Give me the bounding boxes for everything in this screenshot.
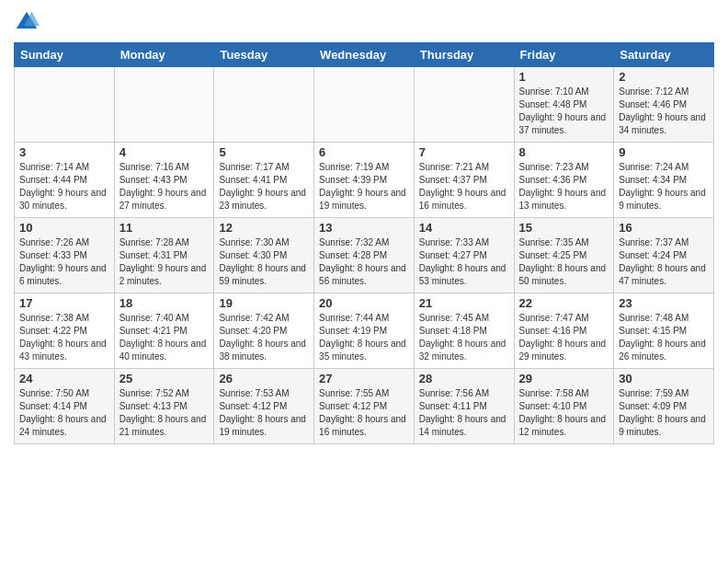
table-row: 10Sunrise: 7:26 AM Sunset: 4:33 PM Dayli… [15, 218, 115, 293]
day-number: 26 [219, 372, 309, 385]
table-row: 30Sunrise: 7:59 AM Sunset: 4:09 PM Dayli… [614, 369, 714, 444]
table-row: 17Sunrise: 7:38 AM Sunset: 4:22 PM Dayli… [15, 293, 115, 369]
table-row: 28Sunrise: 7:56 AM Sunset: 4:11 PM Dayli… [414, 369, 514, 444]
day-info: Sunrise: 7:47 AM Sunset: 4:16 PM Dayligh… [519, 312, 609, 363]
table-row: 11Sunrise: 7:28 AM Sunset: 4:31 PM Dayli… [114, 218, 214, 293]
table-row [314, 67, 415, 143]
table-row [214, 67, 314, 143]
col-friday: Friday [514, 43, 614, 67]
table-row: 15Sunrise: 7:35 AM Sunset: 4:25 PM Dayli… [514, 218, 614, 293]
day-number: 27 [319, 372, 409, 385]
calendar-week-row: 17Sunrise: 7:38 AM Sunset: 4:22 PM Dayli… [15, 293, 714, 369]
day-info: Sunrise: 7:44 AM Sunset: 4:19 PM Dayligh… [319, 312, 409, 363]
day-number: 1 [519, 70, 609, 84]
day-number: 12 [219, 221, 309, 235]
page: Sunday Monday Tuesday Wednesday Thursday… [0, 0, 728, 563]
day-info: Sunrise: 7:23 AM Sunset: 4:36 PM Dayligh… [519, 161, 609, 213]
calendar-header-row: Sunday Monday Tuesday Wednesday Thursday… [15, 43, 714, 67]
day-info: Sunrise: 7:32 AM Sunset: 4:28 PM Dayligh… [319, 236, 409, 288]
day-number: 19 [219, 296, 309, 310]
day-info: Sunrise: 7:26 AM Sunset: 4:33 PM Dayligh… [19, 236, 109, 288]
table-row: 6Sunrise: 7:19 AM Sunset: 4:39 PM Daylig… [314, 143, 415, 218]
col-tuesday: Tuesday [214, 43, 314, 67]
table-row: 4Sunrise: 7:16 AM Sunset: 4:43 PM Daylig… [114, 143, 214, 218]
day-number: 20 [319, 296, 409, 310]
day-info: Sunrise: 7:48 AM Sunset: 4:15 PM Dayligh… [619, 312, 709, 363]
table-row: 13Sunrise: 7:32 AM Sunset: 4:28 PM Dayli… [314, 218, 415, 293]
day-info: Sunrise: 7:16 AM Sunset: 4:43 PM Dayligh… [119, 161, 210, 213]
table-row: 16Sunrise: 7:37 AM Sunset: 4:24 PM Dayli… [614, 218, 714, 293]
day-info: Sunrise: 7:58 AM Sunset: 4:10 PM Dayligh… [519, 387, 609, 439]
table-row: 8Sunrise: 7:23 AM Sunset: 4:36 PM Daylig… [514, 143, 614, 218]
day-number: 9 [619, 145, 709, 159]
day-info: Sunrise: 7:33 AM Sunset: 4:27 PM Dayligh… [419, 236, 509, 288]
day-info: Sunrise: 7:40 AM Sunset: 4:21 PM Dayligh… [119, 312, 210, 363]
day-info: Sunrise: 7:10 AM Sunset: 4:48 PM Dayligh… [519, 86, 609, 137]
logo-icon [14, 9, 40, 35]
calendar-table: Sunday Monday Tuesday Wednesday Thursday… [14, 42, 714, 444]
day-number: 10 [19, 221, 109, 235]
day-info: Sunrise: 7:21 AM Sunset: 4:37 PM Dayligh… [419, 161, 509, 213]
day-number: 5 [219, 145, 309, 159]
logo [14, 9, 43, 35]
day-number: 14 [419, 221, 509, 235]
day-info: Sunrise: 7:55 AM Sunset: 4:12 PM Dayligh… [319, 387, 409, 439]
day-number: 22 [519, 296, 609, 310]
day-number: 11 [119, 221, 210, 235]
day-number: 17 [19, 296, 109, 310]
day-info: Sunrise: 7:12 AM Sunset: 4:46 PM Dayligh… [619, 86, 709, 137]
day-info: Sunrise: 7:38 AM Sunset: 4:22 PM Dayligh… [19, 312, 109, 363]
table-row: 24Sunrise: 7:50 AM Sunset: 4:14 PM Dayli… [15, 369, 115, 444]
day-info: Sunrise: 7:50 AM Sunset: 4:14 PM Dayligh… [19, 387, 109, 439]
day-info: Sunrise: 7:45 AM Sunset: 4:18 PM Dayligh… [419, 312, 509, 363]
table-row: 29Sunrise: 7:58 AM Sunset: 4:10 PM Dayli… [514, 369, 614, 444]
day-number: 23 [619, 296, 709, 310]
day-info: Sunrise: 7:30 AM Sunset: 4:30 PM Dayligh… [219, 236, 309, 288]
day-number: 30 [619, 372, 709, 385]
table-row: 18Sunrise: 7:40 AM Sunset: 4:21 PM Dayli… [114, 293, 214, 369]
table-row: 23Sunrise: 7:48 AM Sunset: 4:15 PM Dayli… [614, 293, 714, 369]
day-number: 6 [319, 145, 409, 159]
table-row [414, 67, 514, 143]
day-number: 15 [519, 221, 609, 235]
day-number: 8 [519, 145, 609, 159]
day-number: 2 [619, 70, 709, 84]
table-row: 7Sunrise: 7:21 AM Sunset: 4:37 PM Daylig… [414, 143, 514, 218]
day-info: Sunrise: 7:56 AM Sunset: 4:11 PM Dayligh… [419, 387, 509, 439]
day-number: 25 [119, 372, 210, 385]
table-row: 25Sunrise: 7:52 AM Sunset: 4:13 PM Dayli… [114, 369, 214, 444]
table-row: 3Sunrise: 7:14 AM Sunset: 4:44 PM Daylig… [15, 143, 115, 218]
table-row: 19Sunrise: 7:42 AM Sunset: 4:20 PM Dayli… [214, 293, 314, 369]
table-row [15, 67, 115, 143]
day-info: Sunrise: 7:52 AM Sunset: 4:13 PM Dayligh… [119, 387, 210, 439]
calendar-week-row: 3Sunrise: 7:14 AM Sunset: 4:44 PM Daylig… [15, 143, 714, 218]
day-number: 13 [319, 221, 409, 235]
calendar-week-row: 24Sunrise: 7:50 AM Sunset: 4:14 PM Dayli… [15, 369, 714, 444]
day-info: Sunrise: 7:28 AM Sunset: 4:31 PM Dayligh… [119, 236, 210, 288]
calendar-week-row: 10Sunrise: 7:26 AM Sunset: 4:33 PM Dayli… [15, 218, 714, 293]
table-row: 2Sunrise: 7:12 AM Sunset: 4:46 PM Daylig… [614, 67, 714, 143]
table-row: 5Sunrise: 7:17 AM Sunset: 4:41 PM Daylig… [214, 143, 314, 218]
day-info: Sunrise: 7:42 AM Sunset: 4:20 PM Dayligh… [219, 312, 309, 363]
day-number: 21 [419, 296, 509, 310]
day-info: Sunrise: 7:24 AM Sunset: 4:34 PM Dayligh… [619, 161, 709, 213]
day-number: 18 [119, 296, 210, 310]
day-info: Sunrise: 7:37 AM Sunset: 4:24 PM Dayligh… [619, 236, 709, 288]
calendar-week-row: 1Sunrise: 7:10 AM Sunset: 4:48 PM Daylig… [15, 67, 714, 143]
col-wednesday: Wednesday [314, 43, 415, 67]
table-row: 27Sunrise: 7:55 AM Sunset: 4:12 PM Dayli… [314, 369, 415, 444]
day-info: Sunrise: 7:17 AM Sunset: 4:41 PM Dayligh… [219, 161, 309, 213]
day-number: 24 [19, 372, 109, 385]
col-monday: Monday [114, 43, 214, 67]
day-info: Sunrise: 7:14 AM Sunset: 4:44 PM Dayligh… [19, 161, 109, 213]
day-number: 28 [419, 372, 509, 385]
col-sunday: Sunday [15, 43, 115, 67]
table-row: 14Sunrise: 7:33 AM Sunset: 4:27 PM Dayli… [414, 218, 514, 293]
day-number: 29 [519, 372, 609, 385]
table-row: 26Sunrise: 7:53 AM Sunset: 4:12 PM Dayli… [214, 369, 314, 444]
day-info: Sunrise: 7:35 AM Sunset: 4:25 PM Dayligh… [519, 236, 609, 288]
table-row: 21Sunrise: 7:45 AM Sunset: 4:18 PM Dayli… [414, 293, 514, 369]
col-thursday: Thursday [414, 43, 514, 67]
table-row: 9Sunrise: 7:24 AM Sunset: 4:34 PM Daylig… [614, 143, 714, 218]
col-saturday: Saturday [614, 43, 714, 67]
